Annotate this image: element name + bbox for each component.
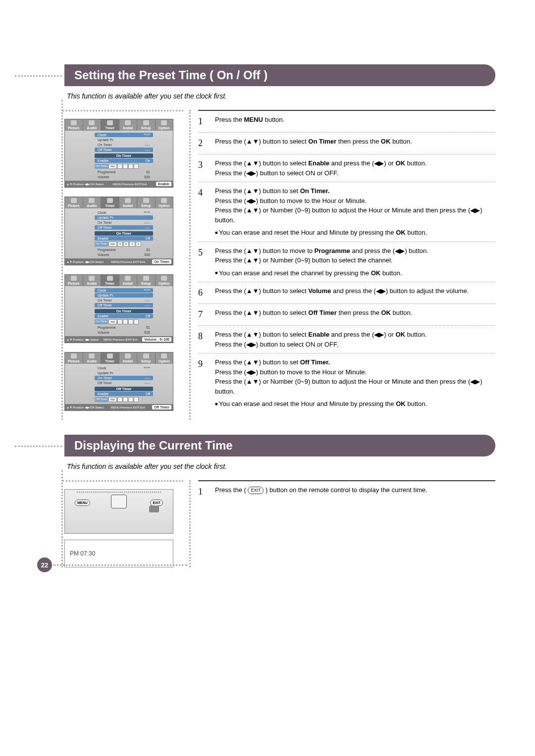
osd-screenshot-2: PictureAudioTimerInstallSetupOptionClock… xyxy=(64,197,173,265)
osd-tab: Audio xyxy=(83,197,102,208)
steps-column: 1 Press the MENU button. 2 Press the (▲▼… xyxy=(198,110,495,420)
remote-search-icon xyxy=(149,505,159,512)
step-2: 2 Press the (▲▼) button to select On Tim… xyxy=(198,133,495,154)
osd-tab: Audio xyxy=(83,275,102,286)
decorative-dots xyxy=(15,446,62,447)
osd-tab: Install xyxy=(119,119,138,131)
remote-menu-button: MENU xyxy=(75,500,90,506)
section-2-step-1: 1 Press the ( EXIT ) button on the remot… xyxy=(198,481,495,503)
remote-nav-pad xyxy=(111,495,127,508)
time-display-box: PM 07:30 xyxy=(64,540,173,567)
exit-chip-icon: EXIT xyxy=(248,487,264,495)
osd-tab: Setup xyxy=(137,119,156,131)
section-2-title: Displaying the Current Time xyxy=(74,439,233,452)
step-8: 8 Press the (▲▼) button to select Enable… xyxy=(198,326,495,353)
osd-screenshot-1: PictureAudioTimerInstallSetupOptionClock… xyxy=(64,119,173,188)
step-1: 1 Press the MENU button. xyxy=(198,111,495,133)
osd-tab: Timer xyxy=(101,275,119,286)
decorative-dots xyxy=(54,564,187,566)
section-1-subtitle: This function is available after you set… xyxy=(64,92,495,100)
osd-tab: Audio xyxy=(83,353,102,364)
osd-tab: Picture xyxy=(65,197,83,208)
step-4: 4 Press the (▲▼) button to set On Timer.… xyxy=(198,182,495,242)
osd-tab: Option xyxy=(156,119,173,131)
osd-tab: Audio xyxy=(83,119,102,131)
page-number-badge: 22 xyxy=(37,557,52,572)
osd-tab: Setup xyxy=(137,275,156,286)
section-1-banner: Setting the Preset Time ( On / Off ) xyxy=(64,64,495,86)
section-2-steps: 1 Press the ( EXIT ) button on the remot… xyxy=(198,480,495,567)
step-7: 7 Press the (▲▼) button to select Off Ti… xyxy=(198,304,495,326)
decorative-dots xyxy=(15,75,62,77)
osd-screenshots-column: PictureAudioTimerInstallSetupOptionClock… xyxy=(64,110,183,420)
osd-screenshot-3: PictureAudioTimerInstallSetupOptionClock… xyxy=(64,274,173,343)
osd-tab: Install xyxy=(119,353,138,364)
section-2-subtitle: This function is available after you set… xyxy=(64,462,495,470)
osd-tab: Install xyxy=(119,197,138,208)
osd-tab: Setup xyxy=(137,353,156,364)
step-3: 3 Press the (▲▼) button to select Enable… xyxy=(198,154,495,182)
osd-tab: Picture xyxy=(65,275,83,286)
remote-column: MENU EXIT PM 07:30 xyxy=(64,480,183,567)
osd-tab: Timer xyxy=(101,353,119,364)
osd-tab: Timer xyxy=(101,119,119,131)
osd-tab: Setup xyxy=(137,197,156,208)
section-1-title: Setting the Preset Time ( On / Off ) xyxy=(74,68,268,82)
step-5: 5 Press the (▲▼) button to move to Progr… xyxy=(198,242,495,283)
osd-tab: Option xyxy=(156,275,173,286)
step-9: 9 Press the (▲▼) button to set Off Timer… xyxy=(198,353,495,413)
osd-tab: Install xyxy=(119,275,138,286)
section-2-banner: Displaying the Current Time xyxy=(64,435,495,456)
osd-screenshot-4: PictureAudioTimerInstallSetupOptionClock… xyxy=(64,352,173,411)
osd-tab: Picture xyxy=(65,119,83,131)
step-number: 1 xyxy=(198,115,207,128)
osd-tab: Option xyxy=(156,197,173,208)
step-6: 6 Press the (▲▼) button to select Volume… xyxy=(198,282,495,304)
remote-illustration: MENU EXIT xyxy=(64,489,173,534)
osd-tab: Picture xyxy=(65,353,83,364)
osd-tab: Timer xyxy=(101,197,119,208)
osd-tab: Option xyxy=(156,353,173,364)
current-time-value: PM 07:30 xyxy=(70,550,95,557)
